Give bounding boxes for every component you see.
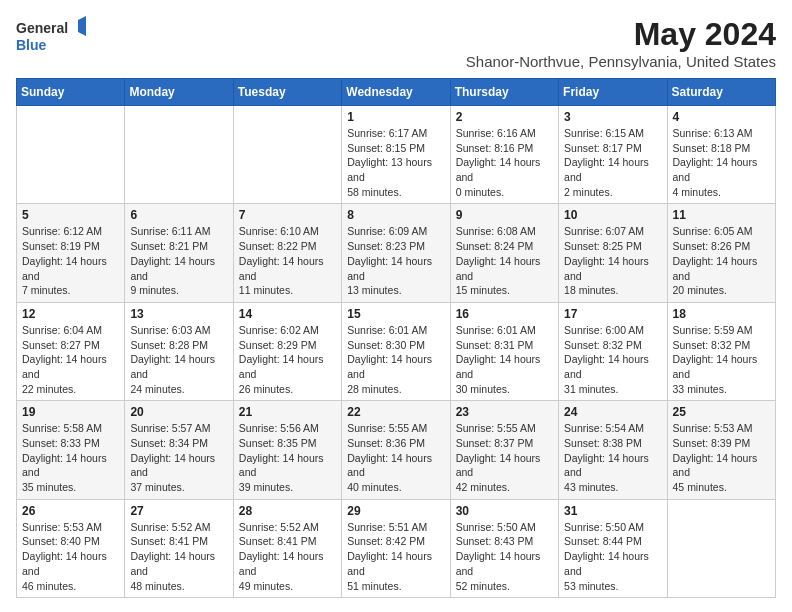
daylight-minutes: 48 minutes. — [130, 580, 184, 592]
calendar-cell: 6Sunrise: 6:11 AMSunset: 8:21 PMDaylight… — [125, 204, 233, 302]
calendar-cell: 24Sunrise: 5:54 AMSunset: 8:38 PMDayligh… — [559, 401, 667, 499]
day-info: Sunrise: 6:13 AMSunset: 8:18 PMDaylight:… — [673, 126, 770, 199]
day-info: Sunrise: 5:58 AMSunset: 8:33 PMDaylight:… — [22, 421, 119, 494]
day-number: 28 — [239, 504, 336, 518]
day-detail: Sunset: 8:15 PM — [347, 142, 425, 154]
day-detail: Sunrise: 6:12 AM — [22, 225, 102, 237]
daylight-minutes: 51 minutes. — [347, 580, 401, 592]
svg-text:Blue: Blue — [16, 37, 47, 53]
day-number: 30 — [456, 504, 553, 518]
calendar-cell: 10Sunrise: 6:07 AMSunset: 8:25 PMDayligh… — [559, 204, 667, 302]
header-sunday: Sunday — [17, 79, 125, 106]
calendar-cell: 22Sunrise: 5:55 AMSunset: 8:36 PMDayligh… — [342, 401, 450, 499]
day-detail: Sunrise: 6:13 AM — [673, 127, 753, 139]
day-detail: Sunrise: 5:50 AM — [564, 521, 644, 533]
day-detail: Sunrise: 5:52 AM — [130, 521, 210, 533]
day-info: Sunrise: 6:05 AMSunset: 8:26 PMDaylight:… — [673, 224, 770, 297]
header-friday: Friday — [559, 79, 667, 106]
calendar-cell: 5Sunrise: 6:12 AMSunset: 8:19 PMDaylight… — [17, 204, 125, 302]
daylight-minutes: 39 minutes. — [239, 481, 293, 493]
header-tuesday: Tuesday — [233, 79, 341, 106]
day-detail: Sunset: 8:16 PM — [456, 142, 534, 154]
calendar-cell: 27Sunrise: 5:52 AMSunset: 8:41 PMDayligh… — [125, 499, 233, 597]
calendar-cell: 12Sunrise: 6:04 AMSunset: 8:27 PMDayligh… — [17, 302, 125, 400]
day-detail: Sunrise: 5:55 AM — [347, 422, 427, 434]
calendar-cell — [125, 106, 233, 204]
day-number: 21 — [239, 405, 336, 419]
daylight-label: Daylight: 14 hours and — [564, 452, 649, 479]
header-thursday: Thursday — [450, 79, 558, 106]
day-number: 5 — [22, 208, 119, 222]
day-number: 4 — [673, 110, 770, 124]
day-number: 22 — [347, 405, 444, 419]
day-info: Sunrise: 6:03 AMSunset: 8:28 PMDaylight:… — [130, 323, 227, 396]
week-row-5: 26Sunrise: 5:53 AMSunset: 8:40 PMDayligh… — [17, 499, 776, 597]
day-detail: Sunrise: 6:00 AM — [564, 324, 644, 336]
day-detail: Sunset: 8:29 PM — [239, 339, 317, 351]
day-info: Sunrise: 6:08 AMSunset: 8:24 PMDaylight:… — [456, 224, 553, 297]
day-info: Sunrise: 5:50 AMSunset: 8:43 PMDaylight:… — [456, 520, 553, 593]
day-info: Sunrise: 5:50 AMSunset: 8:44 PMDaylight:… — [564, 520, 661, 593]
svg-marker-1 — [78, 16, 86, 36]
daylight-minutes: 46 minutes. — [22, 580, 76, 592]
day-info: Sunrise: 6:00 AMSunset: 8:32 PMDaylight:… — [564, 323, 661, 396]
calendar-cell: 3Sunrise: 6:15 AMSunset: 8:17 PMDaylight… — [559, 106, 667, 204]
day-detail: Sunset: 8:41 PM — [130, 535, 208, 547]
calendar-cell: 2Sunrise: 6:16 AMSunset: 8:16 PMDaylight… — [450, 106, 558, 204]
daylight-label: Daylight: 14 hours and — [347, 353, 432, 380]
daylight-label: Daylight: 14 hours and — [564, 550, 649, 577]
day-detail: Sunrise: 6:03 AM — [130, 324, 210, 336]
day-info: Sunrise: 6:10 AMSunset: 8:22 PMDaylight:… — [239, 224, 336, 297]
day-detail: Sunrise: 5:58 AM — [22, 422, 102, 434]
day-detail: Sunrise: 6:10 AM — [239, 225, 319, 237]
day-detail: Sunset: 8:43 PM — [456, 535, 534, 547]
calendar-cell: 17Sunrise: 6:00 AMSunset: 8:32 PMDayligh… — [559, 302, 667, 400]
week-row-1: 1Sunrise: 6:17 AMSunset: 8:15 PMDaylight… — [17, 106, 776, 204]
daylight-label: Daylight: 14 hours and — [239, 353, 324, 380]
main-title: May 2024 — [466, 16, 776, 53]
daylight-minutes: 45 minutes. — [673, 481, 727, 493]
day-detail: Sunset: 8:36 PM — [347, 437, 425, 449]
daylight-label: Daylight: 14 hours and — [456, 156, 541, 183]
daylight-label: Daylight: 14 hours and — [456, 452, 541, 479]
daylight-label: Daylight: 14 hours and — [130, 255, 215, 282]
day-number: 14 — [239, 307, 336, 321]
day-number: 29 — [347, 504, 444, 518]
day-detail: Sunrise: 5:56 AM — [239, 422, 319, 434]
day-number: 27 — [130, 504, 227, 518]
calendar-cell: 21Sunrise: 5:56 AMSunset: 8:35 PMDayligh… — [233, 401, 341, 499]
calendar: SundayMondayTuesdayWednesdayThursdayFrid… — [16, 78, 776, 598]
calendar-body: 1Sunrise: 6:17 AMSunset: 8:15 PMDaylight… — [17, 106, 776, 598]
daylight-label: Daylight: 14 hours and — [22, 452, 107, 479]
calendar-cell: 4Sunrise: 6:13 AMSunset: 8:18 PMDaylight… — [667, 106, 775, 204]
daylight-minutes: 2 minutes. — [564, 186, 612, 198]
daylight-label: Daylight: 14 hours and — [673, 353, 758, 380]
day-info: Sunrise: 6:17 AMSunset: 8:15 PMDaylight:… — [347, 126, 444, 199]
day-number: 26 — [22, 504, 119, 518]
day-detail: Sunrise: 6:08 AM — [456, 225, 536, 237]
calendar-cell: 15Sunrise: 6:01 AMSunset: 8:30 PMDayligh… — [342, 302, 450, 400]
logo: General Blue — [16, 16, 86, 56]
day-detail: Sunrise: 5:50 AM — [456, 521, 536, 533]
day-info: Sunrise: 5:53 AMSunset: 8:40 PMDaylight:… — [22, 520, 119, 593]
daylight-minutes: 52 minutes. — [456, 580, 510, 592]
daylight-label: Daylight: 14 hours and — [239, 255, 324, 282]
day-info: Sunrise: 6:09 AMSunset: 8:23 PMDaylight:… — [347, 224, 444, 297]
day-number: 6 — [130, 208, 227, 222]
day-number: 20 — [130, 405, 227, 419]
daylight-label: Daylight: 14 hours and — [239, 452, 324, 479]
daylight-minutes: 53 minutes. — [564, 580, 618, 592]
day-info: Sunrise: 6:01 AMSunset: 8:31 PMDaylight:… — [456, 323, 553, 396]
daylight-label: Daylight: 14 hours and — [130, 452, 215, 479]
day-number: 10 — [564, 208, 661, 222]
day-number: 13 — [130, 307, 227, 321]
daylight-minutes: 22 minutes. — [22, 383, 76, 395]
day-detail: Sunrise: 6:02 AM — [239, 324, 319, 336]
daylight-label: Daylight: 14 hours and — [456, 255, 541, 282]
daylight-minutes: 15 minutes. — [456, 284, 510, 296]
day-number: 19 — [22, 405, 119, 419]
daylight-minutes: 7 minutes. — [22, 284, 70, 296]
day-detail: Sunset: 8:41 PM — [239, 535, 317, 547]
day-detail: Sunrise: 5:52 AM — [239, 521, 319, 533]
day-detail: Sunrise: 5:53 AM — [673, 422, 753, 434]
